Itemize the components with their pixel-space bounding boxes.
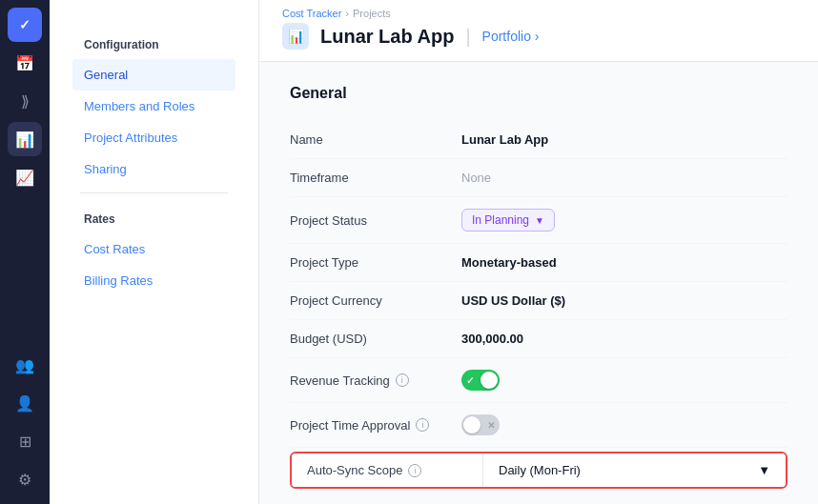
field-timeframe-value: None xyxy=(461,171,491,185)
time-approval-info-icon[interactable]: i xyxy=(416,418,429,432)
field-currency: Project Currency USD US Dollar ($) xyxy=(290,282,787,320)
sidebar: Configuration General Members and Roles … xyxy=(50,0,259,504)
main-area: Cost Tracker › Projects 📊 Lunar Lab App … xyxy=(259,0,818,504)
brand-icon[interactable]: ✓ xyxy=(8,8,42,42)
bar-icon[interactable]: 📈 xyxy=(8,160,42,194)
sidebar-item-attributes[interactable]: Project Attributes xyxy=(65,122,243,153)
breadcrumb-app-link[interactable]: Cost Tracker xyxy=(282,8,341,19)
field-project-type-label: Project Type xyxy=(290,255,461,270)
icon-bar: ✓ 📅 ⟫ 📊 📈 👥 👤 ⊞ ⚙ xyxy=(0,0,50,504)
field-name: Name Lunar Lab App xyxy=(290,121,787,159)
people-icon[interactable]: 👥 xyxy=(8,348,42,382)
field-budget: Budget (USD) 300,000.00 xyxy=(290,320,787,358)
autosync-info-icon[interactable]: i xyxy=(408,464,421,477)
sidebar-item-sharing[interactable]: Sharing xyxy=(65,153,243,185)
toggle-check-icon: ✓ xyxy=(466,375,474,386)
field-budget-value: 300,000.00 xyxy=(461,332,523,346)
revenue-info-icon[interactable]: i xyxy=(396,373,409,387)
field-time-approval-label: Project Time Approval i xyxy=(290,418,461,433)
autosync-chevron-icon: ▼ xyxy=(758,463,770,477)
field-revenue-tracking: Revenue Tracking i ✓ xyxy=(290,358,787,403)
sidebar-item-general[interactable]: General xyxy=(72,59,235,91)
field-time-approval: Project Time Approval i ✕ xyxy=(290,403,787,448)
breadcrumb-sep1: › xyxy=(345,8,349,19)
page-header: Cost Tracker › Projects 📊 Lunar Lab App … xyxy=(259,0,818,62)
field-timeframe: Timeframe None xyxy=(290,159,787,197)
autosync-row: Auto-Sync Scope i Daily (Mon-Fri) ▼ xyxy=(290,452,787,489)
breadcrumb: Cost Tracker › Projects xyxy=(282,8,795,19)
field-project-type: Project Type Monetary-based xyxy=(290,244,787,282)
sidebar-item-cost-rates[interactable]: Cost Rates xyxy=(65,233,243,265)
autosync-select[interactable]: Daily (Mon-Fri) ▼ xyxy=(482,454,786,487)
time-approval-toggle[interactable]: ✕ xyxy=(461,414,500,435)
page-icon: 📊 xyxy=(282,23,309,50)
status-chevron-icon: ▼ xyxy=(535,215,544,226)
sidebar-item-members[interactable]: Members and Roles xyxy=(65,91,243,122)
title-divider: | xyxy=(465,26,470,48)
field-name-label: Name xyxy=(290,132,461,147)
sidebar-divider xyxy=(80,192,228,193)
field-project-status-label: Project Status xyxy=(290,213,461,228)
field-project-type-value: Monetary-based xyxy=(461,255,557,270)
revenue-tracking-toggle[interactable]: ✓ xyxy=(461,370,500,391)
bar-chart-icon: 📊 xyxy=(288,29,304,44)
grid-icon[interactable]: ⊞ xyxy=(8,424,42,458)
chart-icon[interactable]: 📊 xyxy=(8,122,42,156)
autosync-value: Daily (Mon-Fri) xyxy=(499,463,581,477)
field-revenue-label: Revenue Tracking i xyxy=(290,373,461,388)
autosync-label: Auto-Sync Scope i xyxy=(292,454,482,487)
page-title-row: 📊 Lunar Lab App | Portfolio › xyxy=(282,23,795,50)
field-currency-label: Project Currency xyxy=(290,293,461,308)
breadcrumb-projects: Projects xyxy=(353,8,391,19)
toggle-knob xyxy=(481,372,498,389)
status-text: In Planning xyxy=(472,213,529,227)
page-title: Lunar Lab App xyxy=(320,26,454,48)
toggle-x-icon: ✕ xyxy=(487,420,495,431)
content-inner: General Name Lunar Lab App Timeframe Non… xyxy=(259,62,818,504)
chevron-icon[interactable]: ⟫ xyxy=(8,84,42,118)
field-timeframe-label: Timeframe xyxy=(290,171,461,185)
general-section-title: General xyxy=(290,85,787,102)
project-status-badge[interactable]: In Planning ▼ xyxy=(461,209,555,232)
rates-section-title: Rates xyxy=(65,201,243,233)
field-project-status: Project Status In Planning ▼ xyxy=(290,197,787,244)
field-currency-value: USD US Dollar ($) xyxy=(461,293,565,308)
content-area: General Name Lunar Lab App Timeframe Non… xyxy=(259,62,818,504)
portfolio-link[interactable]: Portfolio › xyxy=(482,29,540,44)
config-section-title: Configuration xyxy=(65,27,243,59)
toggle-knob-off xyxy=(463,416,481,433)
person-icon[interactable]: 👤 xyxy=(8,386,42,420)
field-name-value: Lunar Lab App xyxy=(461,132,548,147)
sidebar-item-billing-rates[interactable]: Billing Rates xyxy=(65,265,243,296)
calendar-icon[interactable]: 📅 xyxy=(8,46,42,80)
settings-icon[interactable]: ⚙ xyxy=(8,462,42,496)
field-budget-label: Budget (USD) xyxy=(290,332,461,346)
